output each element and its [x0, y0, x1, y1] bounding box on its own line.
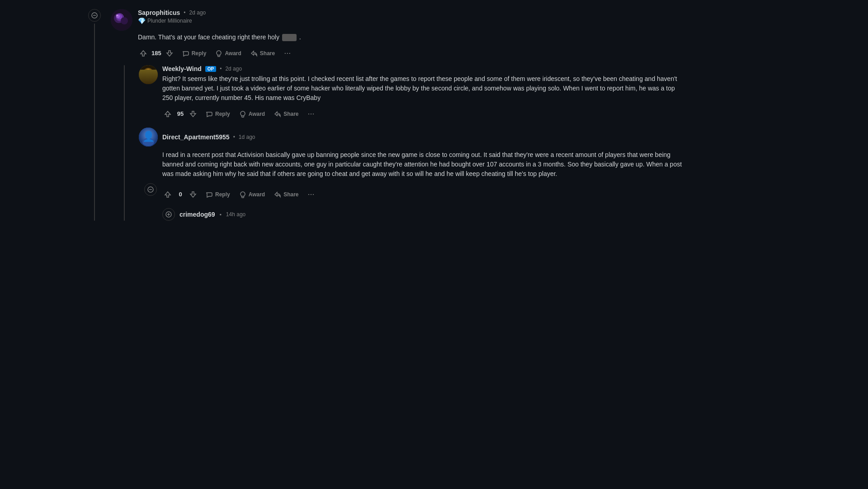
vote-count-sapro: 185 — [151, 50, 161, 57]
op-badge-weekly-wind: OP — [205, 66, 216, 72]
avatar-direct — [139, 128, 158, 147]
svg-point-9 — [217, 51, 221, 55]
flair-sapro: 💎 Plunder Millionaire — [138, 17, 206, 24]
upvote-btn-sapro[interactable] — [138, 48, 149, 59]
flair-icon-sapro: 💎 — [138, 17, 146, 24]
svg-point-16 — [241, 111, 245, 116]
collapse-btn-direct[interactable] — [144, 183, 157, 196]
vote-section-direct: 0 — [162, 189, 198, 200]
action-row-direct: 0 — [139, 183, 687, 201]
svg-point-19 — [145, 132, 151, 138]
award-btn-direct[interactable]: Award — [236, 188, 269, 201]
comment-body-direct: I read in a recent post that Activision … — [162, 150, 687, 179]
downvote-btn-ww[interactable] — [188, 109, 198, 119]
svg-point-11 — [143, 68, 154, 79]
censored-word — [282, 34, 297, 41]
svg-point-14 — [142, 73, 155, 82]
collapse-button-sapro[interactable] — [88, 9, 101, 22]
reply-btn-sapro[interactable]: Reply — [179, 47, 210, 60]
share-btn-ww[interactable]: Share — [270, 108, 302, 120]
action-bar-sapro: 185 Reply — [138, 47, 687, 60]
more-btn-ww[interactable]: ··· — [304, 107, 318, 120]
reply-btn-ww[interactable]: Reply — [202, 108, 234, 120]
more-btn-sapro[interactable]: ··· — [280, 47, 294, 60]
author-sapro: Saprophiticus — [138, 9, 180, 16]
more-btn-direct[interactable]: ··· — [304, 188, 318, 201]
crimedog-comment: crimedog69 ▪ 14h ago — [139, 208, 687, 221]
upvote-btn-ww[interactable] — [162, 109, 173, 119]
author-crimedog: crimedog69 — [179, 211, 215, 218]
reply-btn-direct[interactable]: Reply — [202, 188, 234, 201]
svg-point-13 — [146, 69, 151, 75]
svg-point-6 — [121, 17, 128, 24]
action-bar-weekly-wind: 95 — [162, 107, 687, 120]
author-direct: Direct_Apartment5955 — [162, 133, 230, 141]
thread-line-sapro[interactable] — [94, 24, 95, 221]
svg-point-23 — [241, 192, 245, 196]
avatar-weekly-wind — [139, 65, 158, 84]
expand-btn-crimedog[interactable] — [162, 208, 175, 221]
svg-point-8 — [116, 14, 118, 16]
timestamp-sapro: 2d ago — [189, 9, 206, 16]
comment-body-weekly-wind: Right? It seems like they're just trolli… — [162, 74, 687, 103]
upvote-btn-direct[interactable] — [162, 189, 173, 200]
vote-section-sapro: 185 — [138, 48, 175, 59]
timestamp-direct: 1d ago — [239, 134, 255, 140]
svg-point-12 — [144, 68, 152, 76]
author-weekly-wind: Weekly-Wind — [162, 65, 202, 72]
downvote-btn-direct[interactable] — [188, 189, 198, 200]
avatar-sapro — [111, 9, 132, 31]
share-btn-direct[interactable]: Share — [270, 188, 302, 201]
vote-section-ww: 95 — [162, 109, 198, 119]
comment-body-sapro: Damn. That's at your face cheating right… — [138, 33, 687, 42]
timestamp-weekly-wind: 2d ago — [225, 66, 242, 72]
downvote-btn-sapro[interactable] — [164, 48, 175, 59]
vote-count-direct: 0 — [176, 191, 185, 198]
replies-container-sapro: Weekly-Wind OP • 2d ago Right? It seems … — [111, 65, 687, 221]
svg-point-15 — [146, 70, 150, 73]
action-bar-direct: 0 — [162, 188, 318, 201]
thread-line-weekly[interactable] — [124, 65, 125, 221]
vote-count-ww: 95 — [176, 110, 185, 117]
svg-point-20 — [142, 138, 154, 146]
award-btn-ww[interactable]: Award — [236, 108, 269, 120]
timestamp-crimedog: 14h ago — [226, 211, 245, 218]
direct-comment-section: Direct_Apartment5955 • 1d ago I read in … — [139, 128, 687, 221]
award-btn-sapro[interactable]: Award — [212, 47, 245, 60]
share-btn-sapro[interactable]: Share — [247, 47, 278, 60]
